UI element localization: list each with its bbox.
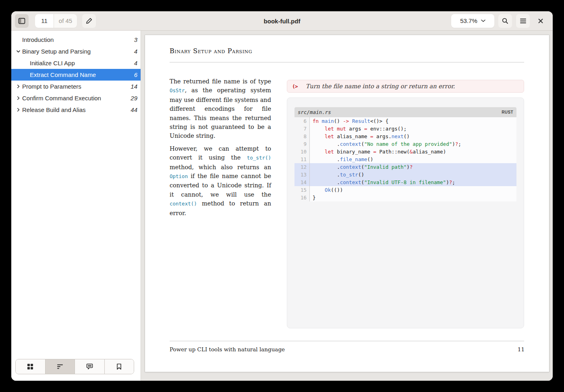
sidebar-toggle-button[interactable] bbox=[15, 14, 29, 28]
page-number-group: of 45 bbox=[35, 14, 77, 28]
pdf-page: Binary Setup and Parsing The returned fi… bbox=[145, 35, 549, 372]
toc-item-initialize-cli-app[interactable]: Initialize CLI App4 bbox=[11, 57, 141, 69]
line-number: 9 bbox=[294, 140, 310, 148]
annotation-button[interactable] bbox=[82, 14, 96, 28]
toc-item-label: Prompt to Parameters bbox=[22, 83, 81, 90]
line-number: 6 bbox=[294, 117, 310, 125]
line-number: 15 bbox=[294, 186, 310, 194]
body-paragraph: The returned file name is of type OsStr,… bbox=[170, 77, 271, 141]
line-number: 8 bbox=[294, 133, 310, 140]
main-menu-button[interactable] bbox=[516, 14, 530, 28]
toc-item-page: 3 bbox=[134, 36, 137, 43]
toc-item-page: 4 bbox=[134, 60, 137, 66]
toc-item-introduction[interactable]: Introduction3 bbox=[11, 34, 141, 46]
sidebar: Introduction3Binary Setup and Parsing4In… bbox=[11, 31, 141, 381]
sidebar-toggle-icon bbox=[18, 18, 25, 24]
toc-item-prompt-to-parameters[interactable]: Prompt to Parameters14 bbox=[11, 81, 141, 92]
close-window-button[interactable] bbox=[534, 14, 547, 28]
code-line-11: 11 .file_name() bbox=[294, 156, 516, 163]
text-run: The returned file name is of type bbox=[170, 78, 271, 85]
code-block-header: src/main.rs RUST bbox=[294, 107, 516, 117]
code-line-text: let mut args = env::args(); bbox=[310, 125, 516, 133]
toc-item-page: 44 bbox=[131, 106, 137, 113]
inline-code: OsStr bbox=[170, 87, 185, 93]
body-paragraph: However, we can attempt to convert it us… bbox=[170, 144, 271, 218]
sidebar-tab-group bbox=[15, 359, 134, 374]
code-listing: 6fn main() -> Result<()> {7 let mut args… bbox=[294, 117, 516, 201]
chevron-right-icon[interactable] bbox=[15, 96, 22, 100]
search-icon bbox=[502, 18, 508, 24]
code-line-9: 9 .context("No name of the app provided"… bbox=[294, 140, 516, 148]
toc-item-page: 14 bbox=[131, 83, 137, 90]
code-line-10: 10 let binary_name = Path::new(&alias_na… bbox=[294, 148, 516, 156]
header-bar: of 45 book-full.pdf 53.7% bbox=[11, 11, 553, 31]
zoom-level-value: 53.7% bbox=[460, 17, 477, 24]
toc-item-label: Extract Command Name bbox=[30, 71, 96, 78]
window-title: book-full.pdf bbox=[264, 17, 301, 24]
document-view[interactable]: Binary Setup and Parsing The returned fi… bbox=[141, 31, 553, 381]
window-content: Introduction3Binary Setup and Parsing4In… bbox=[11, 31, 553, 381]
chevron-placeholder bbox=[15, 38, 22, 42]
footer-rule bbox=[170, 341, 524, 341]
line-number: 13 bbox=[294, 171, 310, 178]
code-line-text: fn main() -> Result<()> { bbox=[310, 117, 516, 125]
line-number: 14 bbox=[294, 178, 310, 186]
zoom-level-dropdown[interactable]: 53.7% bbox=[451, 14, 494, 28]
code-line-7: 7 let mut args = env::args(); bbox=[294, 125, 516, 133]
code-line-text: } bbox=[310, 194, 516, 201]
page-number-input[interactable] bbox=[35, 14, 54, 28]
code-language-badge: RUST bbox=[502, 110, 513, 114]
toc-item-confirm-command-execution[interactable]: Confirm Command Execution29 bbox=[11, 92, 141, 104]
code-line-text: .file_name() bbox=[310, 156, 516, 163]
chevron-right-icon[interactable] bbox=[15, 84, 22, 89]
toc-item-label: Release Build and Alias bbox=[22, 106, 86, 113]
tab-bookmarks[interactable] bbox=[104, 359, 134, 374]
chevron-down-icon bbox=[481, 19, 485, 22]
footer-page-number: 11 bbox=[518, 346, 525, 353]
tab-thumbnails[interactable] bbox=[16, 359, 45, 374]
text-run: , as the operating system may use differ… bbox=[170, 87, 271, 139]
code-line-text: .context("Invalid path")? bbox=[310, 163, 516, 171]
code-line-text: let binary_name = Path::new(&alias_name) bbox=[310, 148, 516, 156]
code-line-text: let alias_name = args.next() bbox=[310, 133, 516, 140]
prompt-icon: (> bbox=[292, 83, 298, 89]
header-right-controls: 53.7% bbox=[451, 14, 553, 28]
inline-code: Option bbox=[170, 173, 188, 179]
toc-item-label: Initialize CLI App bbox=[30, 60, 75, 66]
toc-item-label: Binary Setup and Parsing bbox=[22, 48, 91, 55]
toc-item-label: Confirm Command Execution bbox=[22, 95, 101, 102]
chevron-down-icon[interactable] bbox=[15, 49, 22, 54]
toc-item-release-build-and-alias[interactable]: Release Build and Alias44 bbox=[11, 104, 141, 116]
tab-outline[interactable] bbox=[45, 359, 75, 374]
code-line-text: Ok(()) bbox=[310, 186, 516, 194]
line-number: 7 bbox=[294, 125, 310, 133]
code-line-text: .to_str() bbox=[310, 171, 516, 178]
line-number: 11 bbox=[294, 156, 310, 163]
code-filename: src/main.rs bbox=[298, 109, 331, 115]
thumbnails-grid-icon bbox=[27, 363, 33, 370]
page-footer: Power up CLI tools with natural language… bbox=[170, 346, 525, 353]
pdf-viewer-window: of 45 book-full.pdf 53.7% bbox=[11, 11, 553, 381]
tab-annotations[interactable] bbox=[75, 359, 104, 374]
toc-item-label: Introduction bbox=[22, 36, 54, 43]
line-number: 12 bbox=[294, 163, 310, 171]
search-button[interactable] bbox=[498, 14, 512, 28]
toc-item-page: 29 bbox=[131, 95, 137, 102]
toc-item-binary-setup-and-parsing[interactable]: Binary Setup and Parsing4 bbox=[11, 46, 141, 57]
heading-rule bbox=[170, 62, 524, 62]
toc-item-page: 6 bbox=[134, 71, 137, 78]
chevron-right-icon[interactable] bbox=[15, 108, 22, 112]
page-total-label: of 45 bbox=[54, 14, 77, 28]
toc-item-page: 4 bbox=[134, 48, 137, 55]
code-line-14: 14 .context("Invalid UTF-8 in filename")… bbox=[294, 178, 516, 186]
annotation-bubble-icon bbox=[86, 363, 93, 370]
toc-item-extract-command-name[interactable]: Extract Command Name6 bbox=[11, 69, 141, 81]
line-number: 10 bbox=[294, 148, 310, 156]
pencil-icon bbox=[86, 18, 92, 24]
text-run: method, which also returns an bbox=[170, 164, 271, 170]
code-line-12: 12 .context("Invalid path")? bbox=[294, 163, 516, 171]
code-line-13: 13 .to_str() bbox=[294, 171, 516, 178]
inline-code: context() bbox=[170, 201, 197, 207]
code-line-15: 15 Ok(()) bbox=[294, 186, 516, 194]
code-block-panel: src/main.rs RUST 6fn main() -> Result<()… bbox=[287, 97, 524, 328]
